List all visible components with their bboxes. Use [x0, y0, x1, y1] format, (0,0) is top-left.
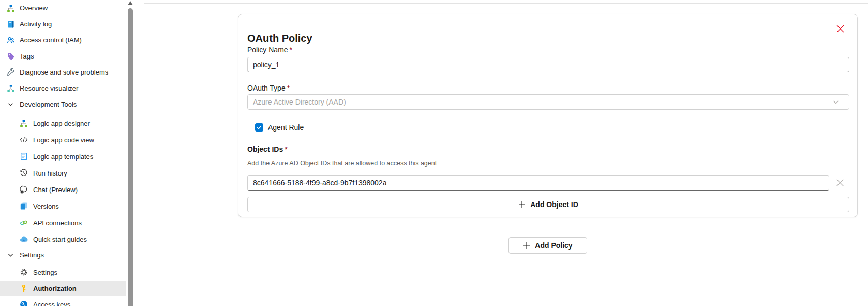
run-history-icon	[20, 169, 28, 177]
sidebar-item-label: Access keys	[33, 301, 70, 306]
sidebar-item-diagnose-and-solve-problems[interactable]: Diagnose and solve problems	[0, 64, 126, 80]
oauth-type-dropdown[interactable]: Azure Active Directory (AAD)	[247, 94, 849, 110]
agent-rule-checkbox[interactable]	[255, 123, 263, 132]
logic-app-designer-icon	[20, 119, 28, 127]
sidebar-item-label: Development Tools	[20, 100, 77, 108]
sidebar-item-run-history[interactable]: Run history	[0, 165, 126, 181]
object-ids-description: Add the Azure AD Object IDs that are all…	[247, 159, 437, 168]
sidebar-item-tags[interactable]: Tags	[0, 48, 126, 64]
policy-name-label: Policy Name*	[247, 45, 292, 55]
api-connections-icon	[20, 218, 28, 227]
sidebar-item-label: Overview	[20, 4, 48, 12]
left-navigation-sidebar: OverviewActivity logAccess control (IAM)…	[0, 0, 126, 306]
chat-icon	[20, 185, 28, 194]
scrollbar-thumb[interactable]	[128, 8, 133, 306]
agent-rule-checkbox-row[interactable]: Agent Rule	[255, 123, 304, 132]
sidebar-item-chat-preview[interactable]: Chat (Preview)	[0, 181, 126, 198]
sidebar-item-logic-app-code-view[interactable]: Logic app code view	[0, 132, 126, 148]
required-asterisk: *	[290, 46, 292, 54]
sidebar-scrollbar[interactable]	[126, 0, 134, 306]
object-ids-label: Object IDs*	[247, 144, 288, 154]
sidebar-item-access-control-iam[interactable]: Access control (IAM)	[0, 32, 126, 48]
sidebar-item-label: Logic app designer	[33, 120, 90, 127]
overview-icon	[7, 4, 15, 12]
top-divider	[144, 3, 868, 4]
sidebar-item-label: Authorization	[33, 285, 77, 293]
sidebar-item-logic-app-templates[interactable]: Logic app templates	[0, 148, 126, 165]
sidebar-item-label: Chat (Preview)	[33, 186, 78, 194]
chevron-down-icon	[7, 101, 14, 108]
code-view-icon	[20, 136, 28, 144]
sidebar-item-label: Diagnose and solve problems	[20, 68, 108, 76]
sidebar-item-overview[interactable]: Overview	[0, 0, 126, 16]
sidebar-item-label: Settings	[20, 251, 44, 259]
sidebar-item-development-tools[interactable]: Development Tools	[0, 96, 126, 112]
quick-start-icon	[20, 235, 28, 243]
sidebar-item-settings[interactable]: Settings	[0, 264, 126, 281]
dialog-title: OAuth Policy	[247, 31, 312, 46]
access-control-icon	[7, 36, 15, 45]
oauth-policy-dialog: OAuth Policy Policy Name* OAuth Type* Az…	[238, 14, 858, 217]
policy-name-input[interactable]	[247, 57, 849, 72]
tags-icon	[7, 52, 15, 61]
sidebar-item-label: Logic app code view	[33, 136, 94, 144]
chevron-down-icon	[832, 98, 840, 106]
main-content: OAuth Policy Policy Name* OAuth Type* Az…	[134, 0, 868, 306]
templates-icon	[20, 152, 28, 161]
add-object-id-button[interactable]: Add Object ID	[247, 197, 849, 212]
sidebar-item-label: API connections	[33, 219, 82, 227]
activity-log-icon	[7, 20, 15, 28]
agent-rule-label: Agent Rule	[268, 123, 304, 132]
oauth-type-label: OAuth Type*	[247, 83, 290, 93]
sidebar-item-api-connections[interactable]: API connections	[0, 214, 126, 231]
versions-icon	[20, 202, 28, 210]
sidebar-item-label: Activity log	[20, 20, 52, 28]
required-asterisk: *	[285, 145, 287, 153]
add-policy-button[interactable]: Add Policy	[508, 237, 587, 254]
sidebar-item-label: Quick start guides	[33, 236, 87, 243]
authorization-key-icon	[20, 284, 28, 293]
required-asterisk: *	[287, 84, 290, 92]
sidebar-item-label: Settings	[33, 269, 57, 276]
sidebar-item-label: Run history	[33, 169, 67, 177]
scroll-up-arrow-icon[interactable]	[128, 1, 133, 5]
resource-visualizer-icon	[7, 84, 15, 93]
sidebar-item-logic-app-designer[interactable]: Logic app designer	[0, 115, 126, 132]
close-icon[interactable]	[836, 25, 844, 33]
sidebar-item-quick-start-guides[interactable]: Quick start guides	[0, 231, 126, 247]
settings-gear-icon	[20, 268, 28, 276]
chevron-down-icon	[7, 252, 14, 258]
sidebar-item-label: Tags	[20, 52, 34, 60]
sidebar-item-versions[interactable]: Versions	[0, 198, 126, 214]
sidebar-item-label: Access control (IAM)	[20, 36, 82, 44]
plus-icon	[523, 242, 530, 249]
sidebar-item-settings[interactable]: Settings	[0, 247, 126, 262]
oauth-type-placeholder: Azure Active Directory (AAD)	[253, 98, 832, 106]
sidebar-item-resource-visualizer[interactable]: Resource visualizer	[0, 80, 126, 96]
remove-object-id-icon[interactable]	[836, 179, 844, 187]
diagnose-wrench-icon	[7, 68, 15, 77]
sidebar-item-activity-log[interactable]: Activity log	[0, 16, 126, 32]
object-id-input[interactable]	[247, 175, 829, 191]
sidebar-item-label: Versions	[33, 202, 59, 210]
sidebar-item-access-keys[interactable]: Access keys	[0, 296, 126, 306]
sidebar-item-label: Logic app templates	[33, 153, 93, 161]
access-keys-icon	[20, 300, 28, 306]
sidebar-item-label: Resource visualizer	[20, 84, 78, 92]
plus-icon	[518, 201, 526, 208]
sidebar-item-authorization[interactable]: Authorization	[0, 281, 126, 296]
